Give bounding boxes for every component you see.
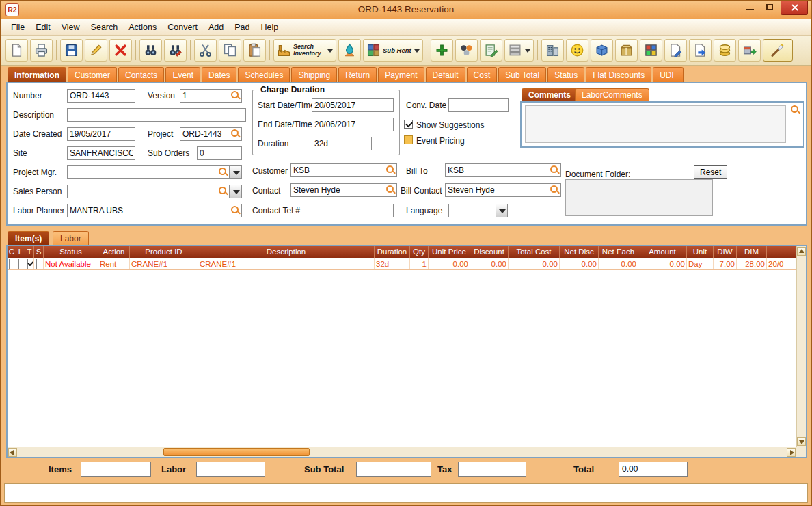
tab-contacts[interactable]: Contacts [118,67,164,82]
tab-return[interactable]: Return [338,67,377,82]
sub-rent-button[interactable]: Sub Rent [363,39,423,62]
sub-orders-field[interactable] [197,146,242,160]
contact-field[interactable] [290,183,397,197]
row-checkbox-l[interactable] [18,259,19,269]
add-button[interactable] [431,39,453,62]
contact-lookup-icon[interactable] [385,185,396,195]
tab-shipping[interactable]: Shipping [291,67,337,82]
tab-items[interactable]: Item(s) [8,231,49,245]
customer-field[interactable] [290,163,397,177]
new-button[interactable] [5,39,28,62]
print-button[interactable] [30,39,53,62]
doc-edit-button[interactable] [664,39,687,62]
column-header-description[interactable]: Description [198,246,375,258]
menu-search[interactable]: Search [85,21,124,34]
search-inventory-button[interactable]: Search Inventory [273,39,336,62]
items-total-field[interactable] [81,462,151,477]
shapes-button[interactable] [338,39,361,62]
column-header-status[interactable]: Status [44,246,98,258]
horizontal-scrollbar[interactable] [8,447,796,457]
menu-pad[interactable]: Pad [229,21,255,34]
conv-date-field[interactable] [448,98,509,112]
scroll-right-button[interactable] [787,448,796,457]
site-field[interactable] [67,146,135,160]
tab-labor[interactable]: Labor [53,231,89,245]
tab-schedules[interactable]: Schedules [238,67,290,82]
smiley-button[interactable] [566,39,588,62]
column-header-discount[interactable]: Discount [470,246,509,258]
maximize-button[interactable] [760,1,779,15]
document-folder-box[interactable] [565,179,713,216]
bill-contact-lookup-icon[interactable] [550,185,560,195]
tab-dates[interactable]: Dates [202,67,236,82]
project-mgr-dropdown-button[interactable] [230,165,242,179]
start-date-field[interactable] [312,98,394,112]
column-header-dim[interactable]: DIM [737,246,767,258]
bill-contact-field[interactable] [445,183,561,197]
row-checkbox-c[interactable] [9,259,10,269]
labor-total-field[interactable] [196,462,265,477]
paste-button[interactable] [243,39,266,62]
tab-cost[interactable]: Cost [467,67,498,82]
menu-view[interactable]: View [56,21,85,34]
column-header-total-cost[interactable]: Total Cost [509,246,560,258]
column-header-s[interactable]: S [34,246,44,258]
show-suggestions-checkbox[interactable] [404,120,413,129]
wand-button[interactable] [763,39,793,62]
tab-information[interactable]: Information [8,67,66,82]
column-header-amount[interactable]: Amount [638,246,687,258]
tab-event[interactable]: Event [165,67,200,82]
tab-status[interactable]: Status [547,67,584,82]
duration-field[interactable] [312,137,372,150]
close-button[interactable] [781,1,808,15]
package-button[interactable] [591,39,613,62]
tab-comments[interactable]: Comments [522,88,578,101]
language-field[interactable] [448,204,496,217]
project-mgr-field[interactable] [67,165,230,179]
language-dropdown-button[interactable] [496,204,508,217]
export-button[interactable] [689,39,712,62]
scroll-up-button[interactable] [797,247,806,256]
row-checkbox-t[interactable] [27,259,28,269]
tab-payment[interactable]: Payment [378,67,424,82]
package-alt-button[interactable] [615,39,638,62]
tab-sub-total[interactable]: Sub Total [498,67,546,82]
project-mgr-lookup-icon[interactable] [218,167,228,177]
description-field[interactable] [67,108,246,122]
tax-field[interactable] [458,462,526,477]
column-header-duration[interactable]: Duration [375,246,410,258]
cubes-button[interactable] [640,39,662,62]
menu-convert[interactable]: Convert [162,21,203,34]
reset-button[interactable]: Reset [694,165,727,179]
menu-file[interactable]: File [5,21,30,34]
comments-lookup-icon[interactable] [790,105,800,115]
bill-to-field[interactable] [445,163,561,177]
layers-button[interactable] [504,39,534,62]
customer-lookup-icon[interactable] [385,165,396,175]
sales-person-dropdown-button[interactable] [230,185,242,198]
group-button[interactable] [455,39,478,62]
save-button[interactable] [60,39,83,62]
column-header-diw[interactable]: DIW [714,246,737,258]
report-button[interactable] [541,39,564,62]
delete-button[interactable] [109,39,132,62]
date-created-field[interactable] [67,127,135,141]
tab-customer[interactable]: Customer [68,67,117,82]
column-header-net-disc[interactable]: Net Disc [560,246,599,258]
contact-tel-field[interactable] [312,204,394,217]
end-date-field[interactable] [312,118,394,131]
column-header-partial[interactable] [767,246,796,258]
tab-udf[interactable]: UDF [653,67,684,82]
find-annotate-button[interactable] [164,39,187,62]
menu-edit[interactable]: Edit [30,21,56,34]
copy-button[interactable] [219,39,241,62]
column-header-t[interactable]: T [25,246,34,258]
column-header-unit[interactable]: Unit [687,246,714,258]
bill-to-lookup-icon[interactable] [550,165,560,175]
scroll-left-button[interactable] [8,448,17,457]
sales-person-field[interactable] [67,185,230,198]
cut-button[interactable] [194,39,217,62]
sub-total-field[interactable] [356,462,431,477]
menu-actions[interactable]: Actions [123,21,162,34]
item-row[interactable]: Not Available Rent CRANE#1 CRANE#1 32d 1… [8,258,796,270]
